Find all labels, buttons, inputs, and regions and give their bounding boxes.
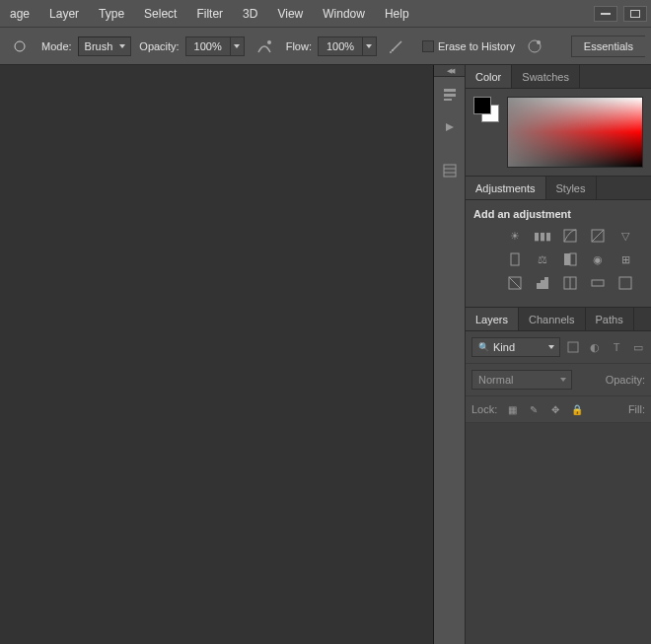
maximize-button[interactable]	[623, 6, 647, 22]
svg-rect-14	[564, 230, 576, 242]
svg-point-4	[392, 49, 394, 51]
menubar: age Layer Type Select Filter 3D View Win…	[0, 0, 651, 28]
svg-point-5	[390, 51, 392, 53]
options-bar: Mode: Brush Opacity: 100% Flow: 100% Era…	[0, 28, 651, 65]
svg-rect-17	[511, 253, 519, 265]
black-white-icon[interactable]	[562, 251, 578, 267]
tab-paths[interactable]: Paths	[586, 308, 634, 330]
airbrush-icon[interactable]	[383, 33, 410, 60]
posterize-icon[interactable]	[535, 275, 550, 291]
svg-rect-19	[570, 253, 576, 265]
brightness-contrast-icon[interactable]: ☀	[507, 228, 523, 244]
menu-3d[interactable]: 3D	[233, 7, 267, 21]
adjustments-heading: Add an adjustment	[473, 208, 643, 220]
window-controls	[594, 6, 651, 22]
adjustments-panel-tabs: Adjustments Styles	[466, 177, 651, 200]
svg-rect-28	[568, 342, 578, 352]
lock-pixels-icon[interactable]: ✎	[527, 402, 541, 416]
exposure-icon[interactable]	[590, 228, 606, 244]
color-balance-icon[interactable]: ⚖	[535, 251, 550, 267]
levels-icon[interactable]: ▮▮▮	[535, 228, 550, 244]
channel-mixer-icon[interactable]: ⊞	[617, 251, 633, 267]
mode-select[interactable]: Brush	[78, 36, 132, 56]
workspace-switcher[interactable]: Essentials	[571, 36, 645, 57]
workspace: Color Swatches Adjustments Styles Add an…	[0, 65, 651, 644]
foreground-color[interactable]	[473, 97, 491, 114]
tab-swatches[interactable]: Swatches	[512, 65, 580, 88]
flow-input[interactable]: 100%	[318, 36, 363, 56]
svg-rect-10	[444, 99, 452, 101]
opacity-input[interactable]: 100%	[185, 36, 231, 56]
svg-rect-27	[619, 277, 631, 289]
opacity-label: Opacity:	[139, 40, 179, 52]
svg-rect-26	[592, 280, 604, 286]
menu-view[interactable]: View	[267, 7, 313, 21]
invert-icon[interactable]	[507, 275, 523, 291]
foreground-background-swatch[interactable]	[473, 97, 499, 122]
flow-dropdown[interactable]	[363, 36, 377, 56]
svg-rect-0	[601, 13, 611, 15]
pressure-size-icon[interactable]	[521, 33, 548, 60]
layers-panel-tabs: Layers Channels Paths	[466, 308, 651, 331]
tab-channels[interactable]: Channels	[519, 308, 585, 330]
panels-dock: Color Swatches Adjustments Styles Add an…	[466, 65, 651, 644]
color-panel	[466, 89, 651, 177]
filter-shape-icon[interactable]: ▭	[631, 340, 645, 354]
brush-preset-icon[interactable]	[6, 33, 34, 60]
filter-adjustment-icon[interactable]: ◐	[588, 340, 602, 354]
threshold-icon[interactable]	[562, 275, 578, 291]
color-panel-tabs: Color Swatches	[466, 65, 651, 89]
tab-layers[interactable]: Layers	[466, 308, 519, 330]
svg-rect-22	[541, 280, 544, 289]
menu-image[interactable]: age	[0, 7, 39, 21]
svg-point-3	[267, 40, 271, 44]
filter-pixel-icon[interactable]	[566, 340, 580, 354]
layers-list[interactable]	[466, 423, 651, 644]
menu-type[interactable]: Type	[89, 7, 134, 21]
tab-color[interactable]: Color	[466, 65, 512, 88]
erase-history-checkbox[interactable]	[422, 40, 434, 52]
curves-icon[interactable]	[562, 228, 578, 244]
svg-point-7	[537, 40, 541, 44]
svg-rect-8	[444, 89, 456, 92]
menu-help[interactable]: Help	[375, 7, 419, 21]
minimize-button[interactable]	[594, 6, 617, 22]
opacity-dropdown[interactable]	[231, 36, 245, 56]
svg-rect-23	[544, 277, 548, 289]
flow-label: Flow:	[286, 40, 312, 52]
layer-kind-select[interactable]: Kind	[471, 337, 560, 357]
pressure-opacity-icon[interactable]	[251, 33, 278, 60]
svg-rect-1	[631, 10, 640, 17]
tab-styles[interactable]: Styles	[546, 177, 597, 199]
properties-panel-icon[interactable]	[434, 156, 465, 185]
tab-adjustments[interactable]: Adjustments	[466, 177, 546, 199]
menu-filter[interactable]: Filter	[186, 7, 233, 21]
menu-window[interactable]: Window	[313, 7, 375, 21]
photo-filter-icon[interactable]: ◉	[590, 251, 606, 267]
color-spectrum[interactable]	[507, 97, 643, 168]
vibrance-icon[interactable]: ▽	[617, 228, 633, 244]
actions-panel-icon[interactable]	[434, 112, 465, 142]
svg-rect-11	[444, 165, 456, 177]
svg-rect-9	[444, 94, 456, 97]
layer-opacity-label: Opacity:	[606, 374, 645, 386]
adjustments-panel: Add an adjustment ☀ ▮▮▮ ▽ ⚖ ◉ ⊞	[466, 200, 651, 308]
fill-label: Fill:	[628, 403, 645, 415]
canvas-area[interactable]	[0, 65, 434, 644]
svg-point-2	[15, 41, 25, 51]
menu-select[interactable]: Select	[134, 7, 186, 21]
lock-all-icon[interactable]: 🔒	[570, 402, 584, 416]
svg-line-16	[592, 230, 604, 242]
gradient-map-icon[interactable]	[590, 275, 606, 291]
erase-history-label: Erase to History	[438, 40, 515, 52]
lock-position-icon[interactable]: ✥	[548, 402, 562, 416]
blend-mode-select[interactable]: Normal	[471, 370, 572, 390]
collapse-dock-icon[interactable]	[434, 65, 465, 77]
svg-rect-18	[564, 253, 570, 265]
selective-color-icon[interactable]	[617, 275, 633, 291]
history-panel-icon[interactable]	[434, 79, 465, 108]
menu-layer[interactable]: Layer	[39, 7, 89, 21]
lock-transparency-icon[interactable]: ▦	[505, 402, 519, 416]
filter-type-icon[interactable]: T	[610, 340, 623, 354]
hue-saturation-icon[interactable]	[507, 251, 523, 267]
